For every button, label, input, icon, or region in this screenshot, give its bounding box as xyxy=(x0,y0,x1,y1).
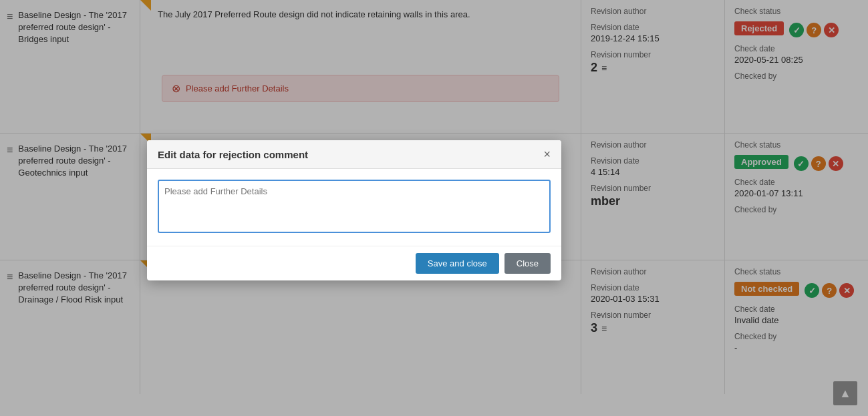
modal-footer: Save and close Close xyxy=(147,246,561,280)
modal-dialog: Edit data for rejection comment × Save a… xyxy=(147,140,561,280)
modal-close-button[interactable]: × xyxy=(543,148,551,160)
save-and-close-button[interactable]: Save and close xyxy=(416,253,499,274)
modal-overlay[interactable]: Edit data for rejection comment × Save a… xyxy=(0,0,868,416)
modal-header: Edit data for rejection comment × xyxy=(147,140,561,169)
close-button[interactable]: Close xyxy=(504,253,551,274)
modal-body xyxy=(147,169,561,246)
modal-title: Edit data for rejection comment xyxy=(158,149,308,160)
page-container: ≡ Baseline Design - The '2017 preferred … xyxy=(0,0,868,416)
rejection-comment-textarea[interactable] xyxy=(158,180,551,233)
